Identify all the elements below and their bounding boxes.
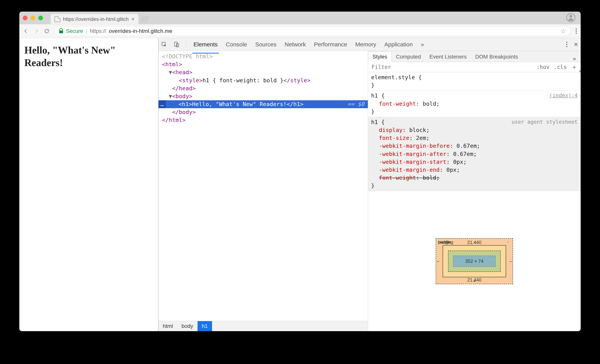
crumb-html[interactable]: html	[159, 321, 177, 331]
tab-sources[interactable]: Sources	[254, 38, 277, 50]
rule-h1-author[interactable]: (index):4 h1 { font-weight: bold; }	[368, 91, 581, 117]
box-margin[interactable]: margin 21.440 - - 21.440 border - - -	[436, 238, 513, 284]
close-tab-icon[interactable]: ×	[131, 16, 134, 22]
selected-marker: …	[159, 100, 166, 108]
style-open: <style>	[179, 77, 202, 84]
box-border[interactable]: border - - - - padding - - -	[443, 245, 506, 277]
tab-title: https://overrides-in-html.glitch	[63, 16, 129, 22]
devtools: Elements Console Sources Network Perform…	[159, 38, 581, 331]
minimize-window-button[interactable]	[30, 16, 35, 20]
css-val: 2em;	[416, 135, 430, 141]
box-model: margin 21.440 - - 21.440 border - - -	[368, 191, 581, 331]
forward-icon[interactable]	[34, 28, 39, 34]
padding-right-value: -	[510, 258, 512, 264]
devtools-body: <!DOCTYPE html> <html> ▼<head> <style>h1…	[159, 51, 581, 331]
doctype: <!DOCTYPE html>	[162, 53, 213, 60]
rule-source-link[interactable]: (index):4	[549, 92, 578, 99]
address-bar[interactable]: Secure | https://overrides-in-html.glitc…	[55, 26, 571, 36]
subtabs-overflow-icon[interactable]: »	[568, 55, 581, 62]
rule-h1-ua[interactable]: user agent stylesheet h1 { display: bloc…	[368, 117, 581, 191]
tabs-overflow-icon[interactable]: »	[420, 38, 425, 50]
css-val: bold;	[423, 100, 440, 107]
new-style-rule-icon[interactable]: ＋	[571, 63, 578, 72]
styles-filter-input[interactable]	[371, 64, 536, 71]
collapse-arrow-icon[interactable]: ▼	[169, 69, 172, 75]
body-open: <body>	[172, 93, 192, 100]
maximize-window-button[interactable]	[38, 16, 43, 20]
css-val: 0.67em;	[457, 143, 480, 149]
rendered-page: Hello, "What's New" Readers!	[19, 38, 159, 331]
rule-close: }	[371, 108, 578, 116]
device-toggle-icon[interactable]	[174, 42, 179, 47]
tab-application[interactable]: Application	[384, 38, 413, 50]
box-padding[interactable]: padding - - - - 352 × 74	[448, 251, 501, 272]
back-icon[interactable]	[23, 28, 28, 34]
cls-toggle[interactable]: .cls	[554, 64, 567, 70]
style-rules: element.style { } (index):4 h1 { font-we…	[368, 72, 581, 191]
inspect-icon[interactable]	[161, 42, 167, 47]
padding-label: padding	[438, 240, 453, 245]
style-close: </style>	[284, 77, 311, 84]
new-tab-button[interactable]	[140, 16, 150, 22]
close-window-button[interactable]	[23, 16, 28, 20]
padding-left-value: -	[437, 258, 438, 264]
head-open: <head>	[172, 69, 192, 75]
svg-rect-1	[175, 42, 177, 46]
url-host: overrides-in-html.glitch.me	[109, 28, 172, 34]
selected-node[interactable]: … <h1>Hello, "What's New" Readers!</h1>=…	[159, 100, 368, 108]
styles-tabbar: Styles Computed Event Listeners DOM Brea…	[368, 51, 581, 62]
hov-toggle[interactable]: :hov	[536, 64, 549, 70]
subtab-dom-breakpoints[interactable]: DOM Breakpoints	[471, 52, 522, 62]
reload-icon[interactable]	[44, 28, 49, 34]
style-text: h1 { font-weight: bold }	[203, 77, 284, 84]
browser-menu-icon[interactable]	[576, 28, 577, 34]
rule-element-style[interactable]: element.style { }	[368, 72, 581, 91]
tab-console[interactable]: Console	[225, 38, 248, 50]
styles-filter-row: :hov .cls ＋	[368, 62, 581, 72]
tab-network[interactable]: Network	[284, 38, 307, 50]
css-val: 0.67em;	[453, 151, 477, 157]
resize-corner-icon[interactable]	[578, 70, 581, 72]
content-dimensions: 352 × 74	[465, 258, 483, 264]
rule-close: }	[371, 81, 578, 89]
rule-source-label: user agent stylesheet	[512, 118, 578, 126]
tab-elements[interactable]: Elements	[193, 38, 218, 50]
body-close: </body>	[172, 109, 196, 115]
lock-icon	[59, 29, 63, 33]
html-open: <html>	[162, 61, 182, 68]
dom-tree[interactable]: <!DOCTYPE html> <html> ▼<head> <style>h1…	[159, 51, 368, 321]
css-prop: -webkit-margin-start	[379, 159, 446, 165]
html-close: </html>	[162, 117, 186, 123]
crumb-body[interactable]: body	[177, 321, 197, 331]
separator: |	[86, 28, 87, 34]
subtab-computed[interactable]: Computed	[392, 52, 425, 62]
dollar-zero: == $0	[347, 100, 364, 108]
border-top-value: -	[474, 239, 475, 245]
css-val: 0px;	[446, 166, 460, 173]
css-prop: font-size	[379, 135, 409, 141]
padding-bottom-value: -	[474, 278, 475, 284]
devtools-menu-icon[interactable]	[566, 42, 567, 47]
browser-tab[interactable]: https://overrides-in-html.glitch ×	[51, 14, 138, 24]
browser-toolbar: Secure | https://overrides-in-html.glitc…	[19, 24, 581, 38]
subtab-event-listeners[interactable]: Event Listeners	[425, 52, 471, 62]
css-prop: display	[379, 127, 403, 133]
rule-selector: h1 {	[371, 92, 578, 100]
css-prop: -webkit-margin-after	[379, 151, 446, 157]
bookmark-star-icon[interactable]: ☆	[561, 27, 566, 35]
tab-performance[interactable]: Performance	[313, 38, 348, 50]
profile-icon[interactable]	[566, 13, 575, 22]
devtools-close-icon[interactable]: ×	[574, 40, 578, 48]
subtab-styles[interactable]: Styles	[368, 52, 392, 62]
url-scheme: https://	[90, 28, 106, 34]
content-area: Hello, "What's New" Readers! Elements Co…	[19, 38, 581, 331]
css-prop: -webkit-margin-end	[379, 166, 440, 173]
tab-strip: https://overrides-in-html.glitch ×	[19, 12, 581, 24]
tab-memory[interactable]: Memory	[355, 38, 377, 50]
box-content[interactable]: 352 × 74	[453, 256, 496, 267]
h1-text: Hello, "What's New" Readers!	[192, 100, 287, 108]
collapse-arrow-icon[interactable]: ▼	[169, 93, 172, 100]
css-val: block;	[409, 127, 430, 133]
breadcrumb: html body h1	[159, 321, 368, 331]
crumb-h1[interactable]: h1	[197, 321, 212, 331]
